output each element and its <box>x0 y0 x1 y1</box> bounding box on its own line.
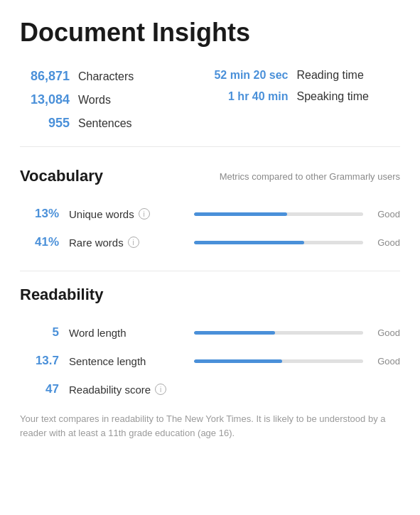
metric-value-unique-words: 13% <box>20 207 59 221</box>
stat-row-reading-time: 52 min 20 sec Reading time <box>210 65 401 86</box>
word-length-progress-bar <box>194 331 275 335</box>
readability-score-info-icon[interactable]: i <box>155 384 166 395</box>
stats-left: 86,871 Characters 13,084 Words 955 Sente… <box>20 65 210 135</box>
stat-value-sentences: 955 <box>20 116 70 131</box>
metric-row-sentence-length: 13.7 Sentence length Good <box>20 347 400 375</box>
metric-status-sentence-length: Good <box>375 356 400 367</box>
word-length-progress-bar-container <box>194 331 363 335</box>
stat-value-words: 13,084 <box>20 92 70 107</box>
stat-value-characters: 86,871 <box>20 69 70 84</box>
sentence-length-progress-bar-container <box>194 359 363 363</box>
readability-description: Your text compares in readability to The… <box>20 412 400 440</box>
metric-value-readability-score: 47 <box>20 382 59 396</box>
metric-status-unique-words: Good <box>375 209 400 219</box>
stat-row-characters: 86,871 Characters <box>20 65 210 88</box>
unique-words-progress-bar-container <box>194 212 363 216</box>
stat-label-characters: Characters <box>78 70 134 83</box>
metric-value-rare-words: 41% <box>20 235 59 249</box>
metric-label-sentence-length: Sentence length <box>69 355 183 367</box>
stat-row-speaking-time: 1 hr 40 min Speaking time <box>210 86 401 107</box>
metric-status-word-length: Good <box>375 327 400 338</box>
metric-label-readability-score: Readability score i <box>69 384 183 396</box>
stat-value-reading-time: 52 min 20 sec <box>210 69 289 82</box>
metric-row-readability-score: 47 Readability score i <box>20 375 400 403</box>
rare-words-info-icon[interactable]: i <box>128 237 139 248</box>
metric-status-rare-words: Good <box>375 237 400 248</box>
metric-row-word-length: 5 Word length Good <box>20 318 400 347</box>
stat-label-sentences: Sentences <box>78 117 132 130</box>
metric-value-sentence-length: 13.7 <box>20 354 59 368</box>
vocabulary-header: Vocabulary Metrics compared to other Gra… <box>20 167 400 185</box>
stats-right: 52 min 20 sec Reading time 1 hr 40 min S… <box>210 65 401 135</box>
rare-words-progress-bar <box>194 241 304 244</box>
stats-section: 86,871 Characters 13,084 Words 955 Sente… <box>20 65 400 147</box>
stat-label-words: Words <box>78 94 111 107</box>
stat-label-reading-time: Reading time <box>297 69 364 82</box>
rare-words-progress-bar-container <box>194 241 363 244</box>
readability-section: Readability 5 Word length Good 13.7 Sent… <box>20 286 400 440</box>
metric-row-rare-words: 41% Rare words i Good <box>20 228 400 256</box>
stat-row-sentences: 955 Sentences <box>20 112 210 135</box>
unique-words-progress-bar <box>194 212 287 216</box>
stat-label-speaking-time: Speaking time <box>297 90 369 103</box>
section-divider <box>20 271 400 271</box>
unique-words-info-icon[interactable]: i <box>139 208 150 219</box>
vocabulary-section: Vocabulary Metrics compared to other Gra… <box>20 167 400 256</box>
readability-title: Readability <box>20 286 103 304</box>
sentence-length-progress-bar <box>194 359 282 363</box>
vocabulary-title: Vocabulary <box>20 167 103 185</box>
stat-value-speaking-time: 1 hr 40 min <box>210 90 289 103</box>
readability-header: Readability <box>20 286 400 304</box>
metric-label-rare-words: Rare words i <box>69 237 183 249</box>
metric-value-word-length: 5 <box>20 325 59 340</box>
metric-label-unique-words: Unique words i <box>69 208 183 220</box>
stat-row-words: 13,084 Words <box>20 88 210 112</box>
page-title: Document Insights <box>20 17 400 48</box>
metric-label-word-length: Word length <box>69 327 183 339</box>
vocabulary-subtitle: Metrics compared to other Grammarly user… <box>220 171 400 182</box>
metric-row-unique-words: 13% Unique words i Good <box>20 200 400 228</box>
